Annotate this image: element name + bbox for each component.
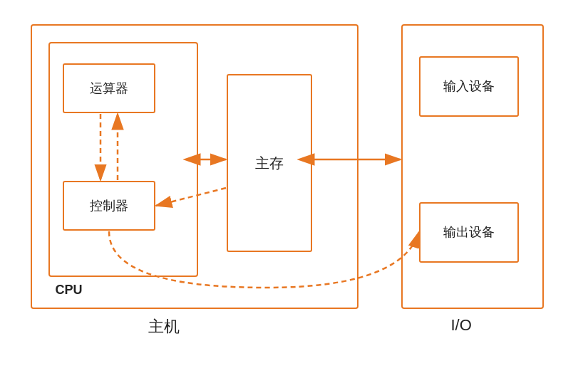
cpu-label: CPU [56, 283, 83, 298]
ctrl-label: 控制器 [90, 197, 128, 214]
input-dev-label: 输入设备 [443, 78, 495, 95]
output-dev-label: 输出设备 [443, 224, 495, 241]
alu-box: 运算器 [63, 63, 155, 113]
mem-label: 主存 [255, 154, 284, 173]
input-device-box: 输入设备 [419, 56, 519, 117]
host-label: 主机 [148, 316, 180, 337]
computer-architecture-diagram: 主机 CPU 运算器 控制器 主存 I/O 输入设备 输出设备 [16, 17, 572, 366]
memory-box: 主存 [227, 74, 312, 252]
output-device-box: 输出设备 [419, 202, 519, 263]
ctrl-box: 控制器 [63, 181, 155, 231]
alu-label: 运算器 [90, 80, 128, 97]
io-label: I/O [451, 316, 472, 335]
